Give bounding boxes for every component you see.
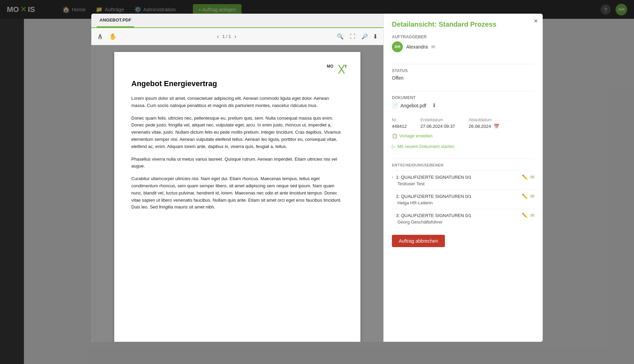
pdf-content-area[interactable]: MO IS Angebot Energievertrag Lorem ipsum… — [91, 45, 383, 342]
divider-2 — [392, 91, 534, 91]
next-page-button[interactable]: › — [234, 33, 236, 40]
next-icon: › — [234, 33, 236, 39]
fullscreen-button[interactable]: ⛶ — [348, 32, 357, 41]
vorlage-label: Vorlage erstellen — [399, 133, 433, 138]
status-section: Status Offen — [392, 68, 534, 81]
document-icon: 📄 — [392, 103, 398, 108]
pdf-paragraph-1: Lorem ipsum dolor sit amet, consectetuer… — [131, 95, 343, 109]
signature-name-1: Testiuser Test — [397, 181, 534, 186]
avatar-initials: AH — [394, 44, 400, 49]
auftraggeber-name: Alexandra — [406, 44, 428, 50]
zoom-out-icon: 🔎 — [361, 33, 368, 40]
pdf-paragraph-2: Donec quam felis, ultricies nec, pellent… — [131, 115, 343, 150]
signature-header-3: › 3: QUALIFIZIERTE SIGNATUREN 0/1 ✏️ ✉ — [392, 213, 534, 218]
pdf-paragraph-3: Phasellus viverra nulla ut metus varius … — [131, 156, 343, 170]
svg-text:IS: IS — [345, 64, 347, 69]
modal-body: ANGEBOT.PDF A ✋ ‹ 1 / 1 — [91, 14, 543, 342]
hand-icon: ✋ — [109, 33, 117, 40]
download-icon: ⬇ — [373, 33, 378, 40]
text-tool-icon: A — [98, 33, 102, 40]
pdf-logo: MO IS — [326, 62, 347, 76]
pdf-panel: ANGEBOT.PDF A ✋ ‹ 1 / 1 — [91, 14, 384, 342]
pdf-right-tools: 🔍 ⛶ 🔎 ⬇ — [335, 32, 378, 41]
signature-edit-button-3[interactable]: ✏️ — [522, 213, 528, 218]
dokument-section: Dokument 📄 Angebot.pdf ⬇ — [392, 95, 534, 109]
signature-header-2: › 2: QUALIFIZIERTE SIGNATUREN 0/1 ✏️ ✉ — [392, 193, 534, 199]
abbrechen-label: Auftrag abbrechen — [399, 238, 438, 244]
signature-item-3: › 3: QUALIFIZIERTE SIGNATUREN 0/1 ✏️ ✉ G… — [392, 209, 534, 228]
svg-text:MO: MO — [327, 64, 333, 69]
dokument-label: Dokument — [392, 95, 534, 100]
signature-header-1: › 1: QUALIFIZIERTE SIGNATUREN 0/1 ✏️ ✉ — [392, 174, 534, 180]
signature-edit-button-1[interactable]: ✏️ — [522, 174, 528, 180]
pdf-page: MO IS Angebot Energievertrag Lorem ipsum… — [114, 52, 360, 342]
pdf-tab[interactable]: ANGEBOT.PDF — [97, 14, 134, 27]
detail-panel: Detailansicht: Standard Prozess Auftragg… — [384, 14, 543, 342]
signature-title-1: 1: QUALIFIZIERTE SIGNATUREN 0/1 — [396, 175, 519, 180]
chevron-right-icon-1[interactable]: › — [392, 175, 393, 179]
vorlage-link-row: 📋 Vorlage erstellen — [392, 132, 534, 140]
signature-title-2: 2: QUALIFIZIERTE SIGNATUREN 0/1 — [396, 194, 519, 199]
meta-row: Nr. 448412 Erstelldatum 27.06.2024 09:37… — [392, 118, 534, 129]
fullscreen-icon: ⛶ — [350, 33, 355, 40]
signature-name-2: Helga HR-Leiterin — [397, 200, 534, 205]
prev-page-button[interactable]: ‹ — [217, 33, 219, 40]
close-icon: × — [534, 17, 538, 25]
calendar-icon[interactable]: 📅 — [494, 124, 499, 129]
auftraggeber-section: Auftraggeber AH Alexandra ✉ — [392, 35, 534, 54]
signature-actions-3: ✏️ ✉ — [522, 213, 534, 218]
signature-title-3: 3: QUALIFIZIERTE SIGNATUREN 0/1 — [396, 213, 519, 218]
modal-overlay: × ANGEBOT.PDF A ✋ — [0, 0, 634, 364]
signature-email-button-2[interactable]: ✉ — [530, 193, 534, 199]
email-icon: ✉ — [431, 44, 435, 50]
moxis-logo-svg: MO IS — [326, 62, 347, 76]
hand-tool-button[interactable]: ✋ — [108, 31, 118, 42]
zoom-in-icon: 🔍 — [337, 33, 344, 40]
nr-col: Nr. 448412 — [392, 118, 407, 129]
document-download-icon[interactable]: ⬇ — [432, 102, 436, 109]
text-tool-button[interactable]: A — [97, 32, 104, 41]
prev-icon: ‹ — [217, 33, 219, 39]
pdf-tab-label: ANGEBOT.PDF — [100, 17, 131, 23]
vorlage-erstellen-button[interactable]: 📋 Vorlage erstellen — [392, 132, 433, 140]
nr-value: 448412 — [392, 124, 407, 129]
modal-close-button[interactable]: × — [534, 17, 538, 25]
divider-1 — [392, 64, 534, 64]
zoom-in-button[interactable]: 🔍 — [335, 32, 345, 41]
auftraggeber-avatar: AH — [392, 41, 403, 52]
signature-name-3: Georg Geschäftsführer — [397, 219, 534, 225]
erstelldatum-value: 27.06.2024 09:37 — [420, 124, 455, 129]
erstelldatum-col: Erstelldatum 27.06.2024 09:37 — [420, 118, 455, 129]
status-value: Offen — [392, 75, 534, 81]
nr-label: Nr. — [392, 118, 407, 122]
ablaufdatum-label: Ablaufdatum — [469, 118, 500, 122]
auftraggeber-label: Auftraggeber — [392, 35, 534, 39]
auftraggeber-row: AH Alexandra ✉ — [392, 41, 534, 52]
zoom-out-button[interactable]: 🔎 — [360, 32, 369, 41]
signature-email-button-3[interactable]: ✉ — [530, 213, 534, 218]
signature-actions-2: ✏️ ✉ — [522, 193, 534, 199]
detail-title: Detailansicht: Standard Prozess — [392, 21, 534, 28]
play-icon: ▷ — [392, 144, 395, 149]
ablaufdatum-value: 26.08.2024 — [469, 124, 491, 129]
document-name: Angebot.pdf — [400, 103, 426, 108]
page-info: 1 / 1 — [222, 34, 231, 39]
pdf-document-title: Angebot Energievertrag — [131, 79, 343, 88]
pdf-download-button[interactable]: ⬇ — [373, 33, 378, 40]
signature-actions-1: ✏️ ✉ — [522, 174, 534, 180]
signature-item-2: › 2: QUALIFIZIERTE SIGNATUREN 0/1 ✏️ ✉ H… — [392, 190, 534, 209]
neues-dokument-link-row: ▷ Mit neuem Dokument starten — [392, 143, 534, 150]
entscheidungsebenen-heading: ENTSCHEIDUNGSEBENEN — [392, 163, 534, 167]
neues-dokument-button[interactable]: ▷ Mit neuem Dokument starten — [392, 143, 454, 150]
signature-email-button-1[interactable]: ✉ — [530, 174, 534, 180]
pdf-paragraph-4: Curabitur ullamcorper ultricies nisi. Na… — [131, 175, 343, 211]
auftrag-abbrechen-button[interactable]: Auftrag abbrechen — [392, 235, 445, 247]
signature-item-1: › 1: QUALIFIZIERTE SIGNATUREN 0/1 ✏️ ✉ T… — [392, 171, 534, 190]
status-label: Status — [392, 68, 534, 73]
ablaufdatum-col: Ablaufdatum 26.08.2024 📅 — [469, 118, 500, 129]
pdf-tab-bar: ANGEBOT.PDF — [91, 14, 383, 28]
signature-edit-button-2[interactable]: ✏️ — [522, 193, 528, 199]
modal-dialog: × ANGEBOT.PDF A ✋ — [91, 14, 543, 342]
neues-dokument-label: Mit neuem Dokument starten — [397, 144, 454, 149]
erstelldatum-label: Erstelldatum — [420, 118, 455, 122]
